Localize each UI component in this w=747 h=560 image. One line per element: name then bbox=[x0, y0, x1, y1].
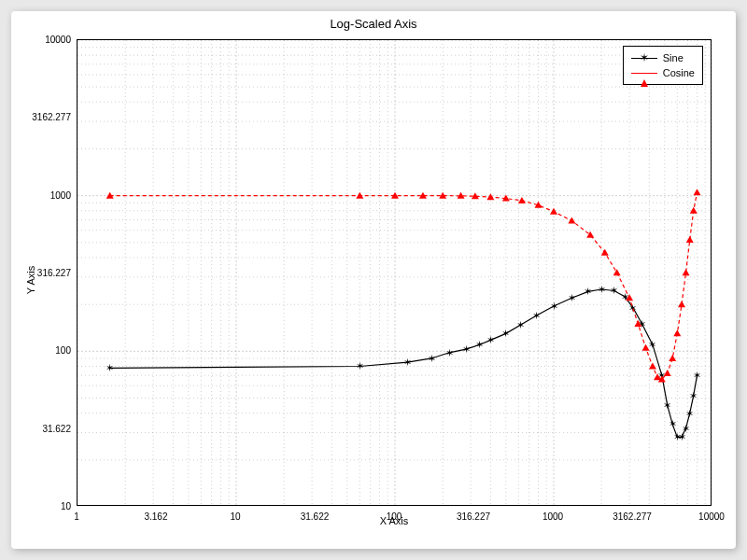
svg-text:✶: ✶ bbox=[685, 408, 694, 419]
svg-text:✶: ✶ bbox=[501, 328, 510, 339]
svg-text:✶: ✶ bbox=[445, 347, 454, 358]
y-tick: 10000 bbox=[15, 35, 71, 45]
y-tick: 3162.277 bbox=[15, 112, 71, 122]
legend: ✶ Sine Cosine bbox=[623, 46, 703, 85]
svg-text:✶: ✶ bbox=[682, 423, 690, 434]
x-tick: 31.622 bbox=[301, 511, 330, 522]
y-tick: 316.227 bbox=[15, 268, 71, 278]
svg-text:✶: ✶ bbox=[669, 418, 677, 429]
y-tick: 1000 bbox=[15, 189, 71, 200]
y-tick: 100 bbox=[15, 345, 71, 356]
svg-marker-109 bbox=[613, 269, 621, 275]
svg-text:✶: ✶ bbox=[584, 286, 592, 297]
svg-text:✶: ✶ bbox=[403, 357, 412, 368]
y-tick: 31.622 bbox=[15, 423, 71, 433]
svg-marker-120 bbox=[683, 269, 690, 275]
svg-marker-106 bbox=[568, 217, 575, 224]
legend-swatch-sine: ✶ bbox=[631, 52, 657, 63]
legend-label: Sine bbox=[663, 52, 684, 63]
svg-text:✶: ✶ bbox=[532, 310, 541, 321]
svg-text:✶: ✶ bbox=[475, 339, 484, 350]
x-tick: 3.162 bbox=[144, 511, 167, 522]
svg-marker-105 bbox=[550, 208, 557, 215]
svg-text:✶: ✶ bbox=[428, 353, 436, 364]
legend-label: Cosine bbox=[663, 67, 695, 78]
plot-area: ✶✶✶✶✶✶✶✶✶✶✶✶✶✶✶✶✶✶✶✶✶✶✶✶✶✶✶✶✶ ✶ Sine Cos… bbox=[77, 39, 712, 506]
svg-marker-121 bbox=[686, 236, 694, 243]
svg-text:✶: ✶ bbox=[689, 390, 698, 401]
x-tick: 10 bbox=[230, 511, 240, 522]
legend-item-cosine: Cosine bbox=[631, 65, 695, 80]
svg-marker-101 bbox=[486, 193, 494, 200]
svg-marker-95 bbox=[356, 192, 363, 199]
svg-marker-107 bbox=[586, 231, 594, 238]
triangle-icon bbox=[641, 68, 648, 79]
svg-text:✶: ✶ bbox=[663, 399, 671, 411]
svg-text:✶: ✶ bbox=[568, 292, 576, 303]
x-tick: 10000 bbox=[698, 511, 725, 522]
x-tick: 3162.277 bbox=[613, 511, 652, 522]
svg-marker-122 bbox=[690, 207, 698, 214]
svg-text:✶: ✶ bbox=[648, 339, 656, 350]
svg-text:✶: ✶ bbox=[462, 343, 471, 355]
svg-marker-117 bbox=[669, 355, 676, 361]
svg-text:✶: ✶ bbox=[610, 285, 618, 296]
svg-marker-119 bbox=[678, 301, 685, 307]
svg-marker-118 bbox=[673, 329, 681, 336]
x-tick: 100 bbox=[387, 511, 402, 522]
svg-text:✶: ✶ bbox=[516, 319, 525, 330]
svg-text:✶: ✶ bbox=[628, 302, 637, 314]
svg-marker-123 bbox=[694, 189, 701, 195]
legend-swatch-cosine bbox=[631, 67, 657, 78]
svg-text:✶: ✶ bbox=[598, 284, 606, 295]
x-tick: 1 bbox=[74, 511, 79, 522]
svg-marker-108 bbox=[601, 249, 609, 256]
svg-marker-113 bbox=[649, 362, 656, 369]
svg-text:✶: ✶ bbox=[693, 370, 701, 381]
svg-marker-103 bbox=[518, 197, 526, 203]
svg-text:✶: ✶ bbox=[550, 301, 558, 312]
legend-item-sine: ✶ Sine bbox=[631, 50, 695, 65]
data-layer: ✶✶✶✶✶✶✶✶✶✶✶✶✶✶✶✶✶✶✶✶✶✶✶✶✶✶✶✶✶ bbox=[78, 40, 712, 507]
svg-text:✶: ✶ bbox=[486, 334, 495, 345]
figure: Log-Scaled Axis Y Axis X Axis ✶✶✶✶✶✶✶✶✶✶… bbox=[11, 11, 736, 549]
x-tick: 316.227 bbox=[457, 511, 490, 522]
chart-title: Log-Scaled Axis bbox=[11, 17, 736, 31]
x-tick: 1000 bbox=[543, 511, 563, 522]
y-tick: 10 bbox=[15, 501, 71, 511]
svg-text:✶: ✶ bbox=[106, 362, 114, 373]
svg-text:✶: ✶ bbox=[356, 360, 364, 371]
